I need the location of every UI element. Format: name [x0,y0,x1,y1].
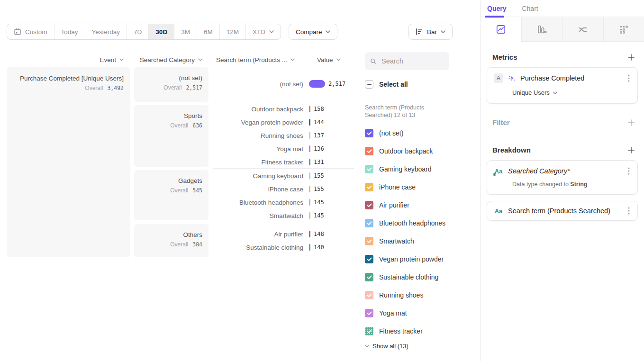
series-checkbox[interactable] [365,291,373,299]
series-item-fitness-tracker[interactable]: Fitness tracker [365,322,480,340]
date-range-12m[interactable]: 12M [219,24,245,39]
search-icon [370,57,376,65]
series-item-gaming-keyboard[interactable]: Gaming keyboard [365,160,480,178]
tab-chart[interactable]: Chart [522,5,538,12]
chart-type-button[interactable]: Bar [408,24,453,40]
column-header-value[interactable]: Value [317,55,341,64]
series-item-yoga-mat[interactable]: Yoga mat [365,304,480,322]
term-label: Running shoes [213,132,303,139]
aggregation-dropdown[interactable]: Unique Users [512,89,631,96]
select-all-checkbox[interactable] [365,80,373,89]
series-search-box[interactable] [365,52,449,70]
series-item-sustainable-clothing[interactable]: Sustainable clothing [365,268,480,286]
term-value: 145 [314,199,324,206]
divider [365,96,449,96]
check-icon [367,167,372,171]
term-value: 155 [314,186,324,192]
series-checkbox[interactable] [365,165,373,173]
value-bar [309,80,325,88]
date-range-xtd[interactable]: XTD [245,24,281,39]
check-icon [367,149,372,153]
event-spark-icon [508,74,516,82]
series-checkbox[interactable] [365,309,373,317]
view-tab-insights[interactable] [481,17,521,42]
column-header-searched-category[interactable]: Searched Category [134,55,202,64]
tab-query[interactable]: Query [487,5,506,12]
insights-report-page: CustomTodayYesterday7D30D3M6M12MXTD Comp… [0,0,644,361]
filter-heading-row: Filter [481,118,644,126]
category-cell-not-set: (not set)Overall2,517 [134,67,209,102]
chevron-down-icon [365,345,369,348]
metrics-heading: Metrics [492,53,517,61]
series-label: Fitness tracker [379,327,423,335]
series-item-not-set[interactable]: (not set) [365,124,480,142]
date-range-custom[interactable]: Custom [7,24,54,39]
series-item-smartwatch[interactable]: Smartwatch [365,232,480,250]
series-checkbox[interactable] [365,129,373,137]
breakdown-menu-button[interactable] [627,206,631,216]
term-row-group-others: Air purifier148Sustainable clothing140 [213,222,354,262]
series-item-air-purifier[interactable]: Air purifier [365,196,480,214]
term-value: 155 [314,172,324,179]
show-all-label: Show all (13) [372,343,408,350]
filter-heading: Filter [492,118,510,126]
horizontal-bar-chart-icon [416,28,423,36]
table-row-iphone-case: iPhone case155 [213,182,354,196]
date-range-7d[interactable]: 7D [127,24,148,39]
series-checkbox[interactable] [365,183,373,191]
check-icon [367,329,372,334]
metric-menu-button[interactable] [627,73,631,83]
chart-type-label: Bar [427,28,437,36]
series-item-vegan-protein-powder[interactable]: Vegan protein powder [365,250,480,268]
bar-chart-icon [536,24,547,35]
table-row-smartwatch: Smartwatch145 [213,209,354,222]
value-bar [309,119,310,126]
series-checkbox[interactable] [365,327,373,335]
date-range-3m[interactable]: 3M [174,24,197,39]
string-property-icon: Aa✱ [494,168,503,175]
chevron-down-icon [553,91,557,94]
series-checkbox[interactable] [365,201,373,209]
term-row-group-not-set: (not set)2,517 [213,67,354,102]
column-header-event[interactable]: Event [7,55,124,64]
series-label: iPhone case [379,183,416,191]
series-item-running-shoes[interactable]: Running shoes [365,286,480,304]
date-range-today[interactable]: Today [54,24,85,39]
date-range-30d[interactable]: 30D [148,24,174,39]
series-checkbox[interactable] [365,147,373,155]
overall-value: 545 [192,187,202,194]
view-tab-bar-chart[interactable] [521,17,562,42]
modified-asterisk: ✱ [492,172,496,177]
compare-button[interactable]: Compare [289,24,338,40]
series-checkbox[interactable] [365,237,373,245]
chevron-down-icon [119,58,124,61]
date-range-control: CustomTodayYesterday7D30D3M6M12MXTD [7,24,281,40]
series-checkbox[interactable] [365,219,373,227]
series-item-outdoor-backpack[interactable]: Outdoor backpack [365,142,480,160]
series-checkbox[interactable] [365,255,373,263]
view-tab-flows[interactable] [562,17,603,42]
show-all-button[interactable]: Show all (13) [365,343,480,350]
column-header-label: Searched Category [140,56,195,63]
check-icon [367,185,372,190]
check-icon [367,239,372,244]
select-all-row[interactable]: Select all [365,80,480,89]
date-range-6m[interactable]: 6M [197,24,219,39]
view-tab-retention[interactable] [603,17,644,42]
series-checkbox[interactable] [365,273,373,281]
series-item-iphone-case[interactable]: iPhone case [365,178,480,196]
series-label: Vegan protein powder [379,255,444,263]
date-range-yesterday[interactable]: Yesterday [85,24,127,39]
overall-label: Overall [85,85,103,91]
term-value: 145 [314,212,324,219]
breakdown-menu-button[interactable] [627,166,631,176]
term-label: Yoga mat [213,145,303,153]
add-breakdown-button[interactable] [628,147,635,153]
add-metric-button[interactable] [628,54,635,61]
column-header-search-term[interactable]: Search term (Products ... [216,55,295,64]
check-icon [367,275,372,280]
search-input[interactable] [381,57,444,65]
series-item-bluetooth-headphones[interactable]: Bluetooth headphones [365,214,480,232]
term-label: Outdoor backpack [213,106,303,113]
add-filter-button[interactable] [628,119,635,126]
